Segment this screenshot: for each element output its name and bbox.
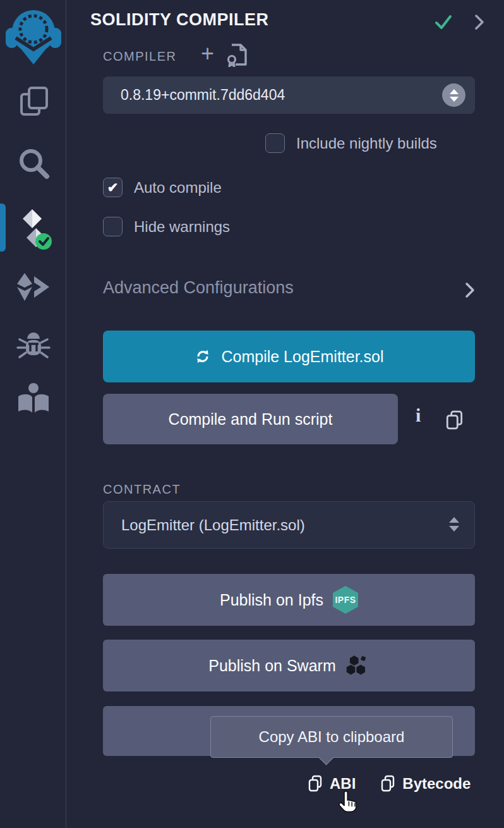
auto-compile-checkbox-row[interactable]: ✔ Auto compile — [103, 178, 222, 197]
auto-compile-label: Auto compile — [134, 179, 222, 197]
tooltip-arrow — [318, 750, 333, 765]
hide-warnings-checkbox-row[interactable]: Hide warnings — [103, 217, 230, 236]
sidebar-item-debugger[interactable] — [0, 327, 66, 365]
sidebar-item-file-explorer[interactable] — [0, 82, 66, 121]
copy-bytecode-button[interactable]: Bytecode — [380, 775, 471, 793]
sidebar-item-learneth[interactable] — [0, 381, 66, 418]
advanced-config-chevron-icon[interactable] — [462, 281, 477, 300]
compile-button-label: Compile LogEmitter.sol — [221, 348, 383, 366]
bytecode-label: Bytecode — [402, 775, 471, 793]
compile-button[interactable]: Compile LogEmitter.sol — [103, 331, 475, 382]
publish-swarm-button[interactable]: Publish on Swarm — [103, 640, 475, 691]
remix-logo-icon[interactable] — [0, 5, 66, 68]
tooltip-text: Copy ABI to clipboard — [259, 728, 405, 746]
ipfs-logo-text: IPFS — [335, 595, 356, 605]
sidebar-item-solidity-compiler[interactable] — [0, 206, 66, 252]
compiler-section-label: COMPILER — [103, 49, 176, 64]
contract-select-arrows-icon — [449, 517, 459, 532]
version-select-arrows-icon — [442, 83, 465, 107]
refresh-icon — [194, 348, 212, 365]
page-title: SOLIDITY COMPILER — [90, 10, 269, 30]
compiler-version-value: 0.8.19+commit.7dd6d404 — [103, 87, 285, 104]
sidebar-item-search[interactable] — [0, 144, 66, 183]
contract-section-label: CONTRACT — [103, 482, 181, 497]
auto-compile-checkbox[interactable]: ✔ — [103, 178, 123, 197]
publish-ipfs-button[interactable]: Publish on Ipfs IPFS — [103, 574, 475, 626]
remix-logo-svg — [4, 5, 63, 68]
file-explorer-icon — [16, 84, 51, 119]
copy-abi-icon — [307, 775, 323, 793]
sidebar-item-deploy-and-run[interactable] — [0, 268, 66, 306]
hide-warnings-checkbox[interactable] — [103, 217, 123, 236]
copy-script-icon[interactable] — [445, 410, 465, 430]
add-custom-compiler-icon[interactable]: + — [201, 40, 214, 67]
hide-warnings-label: Hide warnings — [134, 218, 230, 236]
compile-success-check-icon — [433, 13, 453, 32]
deploy-run-icon — [15, 271, 52, 303]
book-reader-icon — [16, 382, 51, 417]
icon-sidebar — [0, 0, 66, 828]
compiler-panel: SOLIDITY COMPILER COMPILER + 0.8.19+comm… — [67, 0, 504, 828]
compile-and-run-button[interactable]: Compile and Run script — [103, 394, 398, 444]
hand-cursor-icon — [339, 789, 361, 814]
remix-solidity-compiler-panel: SOLIDITY COMPILER COMPILER + 0.8.19+comm… — [0, 0, 504, 828]
include-nightly-checkbox-row[interactable]: Include nightly builds — [265, 133, 437, 153]
debugger-bug-icon — [16, 330, 51, 363]
copy-bytecode-icon — [380, 775, 396, 793]
copy-abi-tooltip: Copy ABI to clipboard — [210, 716, 453, 758]
info-icon[interactable]: i — [416, 405, 421, 426]
contract-select[interactable]: LogEmitter (LogEmitter.sol) — [103, 501, 475, 549]
compile-and-run-label: Compile and Run script — [169, 410, 333, 429]
compiler-license-file-icon[interactable] — [226, 43, 249, 67]
solidity-compiler-icon — [14, 207, 53, 250]
include-nightly-checkbox[interactable] — [265, 133, 285, 153]
search-icon — [16, 146, 51, 181]
panel-collapse-chevron-icon[interactable] — [471, 13, 488, 32]
copy-row: ABI Bytecode — [307, 775, 471, 793]
swarm-logo-icon — [345, 655, 369, 676]
contract-select-value: LogEmitter (LogEmitter.sol) — [104, 516, 305, 534]
ipfs-logo-icon: IPFS — [333, 586, 358, 614]
publish-swarm-label: Publish on Swarm — [208, 657, 335, 675]
compiler-version-select[interactable]: 0.8.19+commit.7dd6d404 — [103, 76, 475, 114]
include-nightly-label: Include nightly builds — [296, 135, 437, 152]
advanced-configurations-toggle[interactable]: Advanced Configurations — [103, 278, 294, 298]
checkbox-check-icon: ✔ — [107, 181, 119, 194]
publish-ipfs-label: Publish on Ipfs — [220, 591, 323, 609]
